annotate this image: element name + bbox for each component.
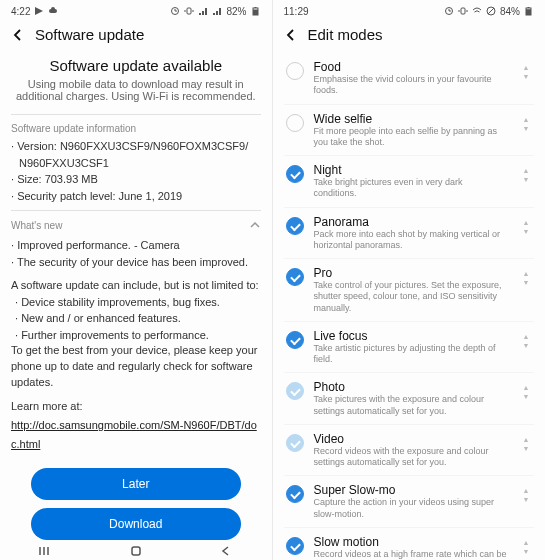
download-button[interactable]: Download	[31, 508, 241, 540]
no-signal-icon	[486, 6, 496, 16]
reorder-handle[interactable]: ▲▼	[520, 436, 532, 452]
mode-row: PhotoTake pictures with the exposure and…	[284, 373, 535, 425]
page-subtitle: Using mobile data to download may result…	[11, 74, 261, 114]
mode-text: Live focusTake artistic pictures by adju…	[314, 329, 511, 366]
info-list: Version: N960FXXU3CSF9/N960FOXM3CSF9/ N9…	[11, 138, 261, 204]
back-icon[interactable]	[11, 28, 25, 42]
battery-percent: 82%	[226, 6, 246, 17]
mode-text: ProTake control of your pictures. Set th…	[314, 266, 511, 314]
mode-title: Video	[314, 432, 511, 446]
mode-text: FoodEmphasise the vivid colours in your …	[314, 60, 511, 97]
action-buttons: Later Download	[0, 468, 272, 540]
mode-text: Slow motionRecord videos at a high frame…	[314, 535, 511, 560]
mode-text: Wide selfieFit more people into each sel…	[314, 112, 511, 149]
alarm-icon	[170, 6, 180, 16]
mode-desc: Take artistic pictures by adjusting the …	[314, 343, 511, 366]
status-bar: 11:29 84%	[284, 0, 535, 20]
reorder-handle[interactable]: ▲▼	[520, 384, 532, 400]
home-icon[interactable]	[129, 544, 143, 558]
battery-icon	[251, 6, 261, 16]
alarm-icon	[444, 6, 454, 16]
whats-new-label: What's new	[11, 220, 62, 231]
reorder-handle[interactable]: ▲▼	[520, 333, 532, 349]
mode-row: ProTake control of your pictures. Set th…	[284, 259, 535, 322]
mode-title: Panorama	[314, 215, 511, 229]
status-time: 11:29	[284, 6, 309, 17]
mode-title: Wide selfie	[314, 112, 511, 126]
svg-rect-3	[253, 10, 258, 16]
mode-desc: Record videos at a high frame rate which…	[314, 549, 511, 560]
include-item: New and / or enhanced features.	[15, 310, 261, 327]
reorder-handle[interactable]: ▲▼	[520, 270, 532, 286]
mode-desc: Emphasise the vivid colours in your favo…	[314, 74, 511, 97]
reorder-handle[interactable]: ▲▼	[520, 487, 532, 503]
learn-more-label: Learn more at:	[11, 391, 261, 415]
mode-checkbox[interactable]	[286, 268, 304, 286]
mode-row: VideoRecord videos with the exposure and…	[284, 425, 535, 477]
mode-text: PhotoTake pictures with the exposure and…	[314, 380, 511, 417]
edit-modes-screen: 11:29 84% Edit modes FoodEmphasise the v…	[273, 0, 546, 560]
include-item: Further improvements to performance.	[15, 327, 261, 344]
mode-desc: Take control of your pictures. Set the e…	[314, 280, 511, 314]
mode-row: Super Slow-moCapture the action in your …	[284, 476, 535, 528]
header-title: Edit modes	[308, 26, 383, 43]
mode-desc: Record videos with the exposure and colo…	[314, 446, 511, 469]
mode-row: Live focusTake artistic pictures by adju…	[284, 322, 535, 374]
reorder-handle[interactable]: ▲▼	[520, 219, 532, 235]
software-update-screen: 4:22 82% Software update Software update…	[0, 0, 273, 560]
mode-checkbox[interactable]	[286, 485, 304, 503]
mode-checkbox[interactable]	[286, 331, 304, 349]
mode-checkbox[interactable]	[286, 165, 304, 183]
mode-title: Pro	[314, 266, 511, 280]
svg-rect-1	[187, 8, 191, 14]
reorder-handle[interactable]: ▲▼	[520, 116, 532, 132]
mode-checkbox[interactable]	[286, 537, 304, 555]
improvements-list: Improved performance. - Camera The secur…	[11, 237, 261, 270]
include-intro: A software update can include, but is no…	[11, 270, 261, 294]
mode-text: PanoramaPack more into each shot by maki…	[314, 215, 511, 252]
later-button[interactable]: Later	[31, 468, 241, 500]
mode-row: NightTake bright pictures even in very d…	[284, 156, 535, 208]
include-list: Device stability improvements, bug fixes…	[11, 294, 261, 344]
mode-text: Super Slow-moCapture the action in your …	[314, 483, 511, 520]
mode-desc: Take bright pictures even in very dark c…	[314, 177, 511, 200]
signal-icon-2	[212, 6, 222, 16]
mode-desc: Pack more into each shot by making verti…	[314, 229, 511, 252]
back-icon[interactable]	[284, 28, 298, 42]
learn-more-link[interactable]: http://doc.samsungmobile.com/SM-N960F/DB…	[11, 419, 257, 450]
whats-new-row[interactable]: What's new	[11, 211, 261, 237]
signal-icon	[198, 6, 208, 16]
page-title: Software update available	[11, 53, 261, 74]
mode-row: FoodEmphasise the vivid colours in your …	[284, 53, 535, 105]
mode-title: Food	[314, 60, 511, 74]
battery-icon	[524, 6, 534, 16]
mode-checkbox[interactable]	[286, 217, 304, 235]
header-title: Software update	[35, 26, 144, 43]
mode-checkbox[interactable]	[286, 382, 304, 400]
mode-checkbox[interactable]	[286, 434, 304, 452]
recent-apps-icon[interactable]	[38, 544, 52, 558]
mode-title: Photo	[314, 380, 511, 394]
mode-title: Night	[314, 163, 511, 177]
reorder-handle[interactable]: ▲▼	[520, 167, 532, 183]
header: Edit modes	[284, 20, 535, 53]
mode-checkbox[interactable]	[286, 114, 304, 132]
system-nav-bar	[0, 542, 272, 560]
header: Software update	[11, 20, 261, 53]
battery-percent: 84%	[500, 6, 520, 17]
vibrate-icon	[184, 6, 194, 16]
improvement-item: Improved performance. - Camera	[11, 237, 261, 254]
vibrate-icon	[458, 6, 468, 16]
wifi-icon	[472, 6, 482, 16]
reorder-handle[interactable]: ▲▼	[520, 539, 532, 555]
play-store-icon	[34, 6, 44, 16]
keep-updated-text: To get the best from your device, please…	[11, 343, 261, 391]
status-time: 4:22	[11, 6, 30, 17]
chevron-up-icon	[249, 219, 261, 231]
back-nav-icon[interactable]	[219, 544, 233, 558]
info-section-label: Software update information	[11, 115, 261, 138]
mode-checkbox[interactable]	[286, 62, 304, 80]
reorder-handle[interactable]: ▲▼	[520, 64, 532, 80]
svg-rect-7	[461, 8, 465, 14]
info-version: Version: N960FXXU3CSF9/N960FOXM3CSF9/ N9…	[11, 138, 261, 171]
